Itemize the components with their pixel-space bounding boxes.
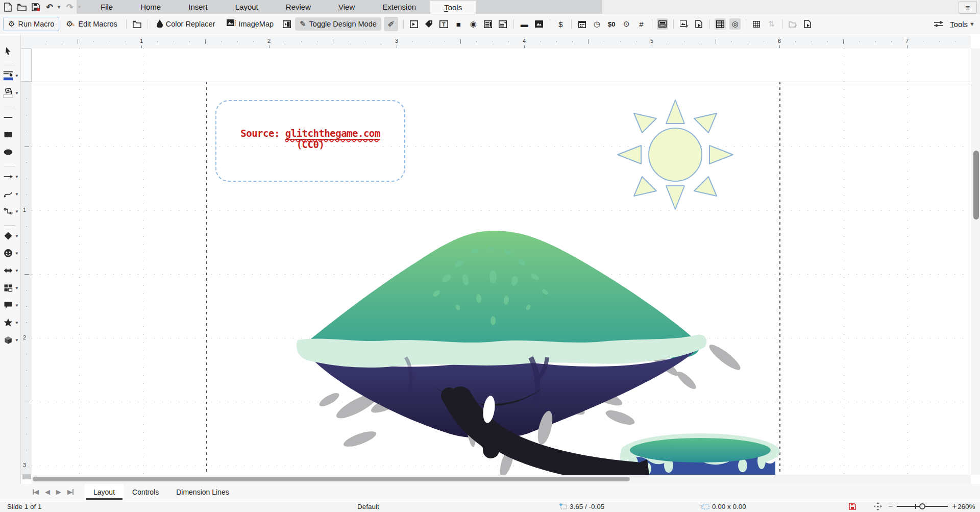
chevron-down-icon[interactable]: ▼: [15, 269, 19, 273]
currency-field-icon[interactable]: $: [555, 18, 566, 30]
curves-polygons-tool[interactable]: ▼: [1, 187, 19, 201]
vertical-ruler[interactable]: 123: [20, 48, 32, 475]
numeric-field-icon[interactable]: $0: [606, 18, 617, 30]
stars-banners-tool[interactable]: ▼: [1, 316, 19, 329]
file-selection-icon[interactable]: [693, 18, 704, 30]
basic-shapes-tool[interactable]: ▼: [1, 229, 19, 242]
next-layer-button[interactable]: ▶: [56, 488, 61, 496]
last-layer-button[interactable]: ▶: [67, 488, 74, 496]
connectors-tool[interactable]: ▼: [1, 205, 19, 218]
line-color-tool-icon: [2, 70, 14, 81]
chevron-down-icon[interactable]: ▼: [15, 303, 19, 308]
image-button-icon[interactable]: [533, 18, 545, 30]
date-field-icon[interactable]: [576, 18, 587, 30]
zoom-level-label[interactable]: 260%: [958, 500, 975, 512]
image-control-icon[interactable]: [678, 18, 690, 30]
grid-control-icon[interactable]: [751, 18, 762, 30]
layer-tab-dimension-lines[interactable]: Dimension Lines: [167, 484, 238, 500]
horizontal-scrollbar[interactable]: [32, 475, 971, 484]
document-modified-icon[interactable]: [849, 500, 856, 512]
chevron-down-icon[interactable]: ▼: [15, 321, 19, 325]
menu-tab-layout[interactable]: Layout: [222, 0, 272, 14]
flowchart-tool[interactable]: ▼: [1, 281, 19, 295]
menu-tab-file[interactable]: File: [87, 0, 127, 14]
fill-color-tool[interactable]: ▼: [1, 86, 19, 100]
menu-tab-home[interactable]: Home: [127, 0, 175, 14]
zoom-in-button[interactable]: +: [952, 502, 957, 511]
show-form-properties-icon[interactable]: [281, 18, 292, 30]
chevron-down-icon[interactable]: ▼: [15, 209, 19, 214]
vertical-scrollbar-thumb[interactable]: [973, 151, 979, 220]
chevron-down-icon[interactable]: ▼: [15, 338, 19, 343]
text-box-icon[interactable]: T: [438, 18, 449, 30]
slide-canvas[interactable]: Source: glitchthegame.com (CC0): [32, 48, 971, 475]
menu-tab-extension[interactable]: Extension: [369, 0, 430, 14]
show-form-icon[interactable]: [408, 18, 420, 30]
open-file-icon[interactable]: [17, 2, 27, 12]
horizontal-scrollbar-thumb[interactable]: [33, 477, 630, 481]
threed-objects-tool[interactable]: ▼: [1, 333, 19, 347]
formatted-field-icon[interactable]: #: [635, 18, 647, 30]
fit-slide-icon[interactable]: [874, 500, 882, 512]
symbol-shapes-tool[interactable]: ▼: [1, 247, 19, 260]
vertical-scrollbar[interactable]: [971, 48, 980, 475]
undo-dropdown-arrow[interactable]: ▼: [57, 5, 61, 10]
label-field-icon[interactable]: [423, 18, 434, 30]
rectangle-tool[interactable]: [1, 128, 19, 141]
menu-tab-insert[interactable]: Insert: [175, 0, 222, 14]
chevron-down-icon[interactable]: ▼: [15, 175, 19, 179]
chevron-down-icon[interactable]: ▼: [15, 192, 19, 197]
more-controls-icon[interactable]: [657, 18, 668, 30]
toolbox-separator: [4, 65, 15, 65]
chevron-down-icon[interactable]: ▼: [15, 91, 19, 95]
edit-macros-button[interactable]: ⚙✎ Edit Macros: [61, 17, 121, 31]
toggle-design-mode-button[interactable]: ✎ Toggle Design Mode: [295, 17, 381, 31]
zoom-slider[interactable]: [897, 506, 948, 507]
pattern-field-icon[interactable]: ⊙: [621, 18, 632, 30]
zoom-out-button[interactable]: −: [888, 502, 893, 511]
toolbar-customize-sliders-icon[interactable]: [933, 18, 944, 30]
first-layer-button[interactable]: ◀: [33, 488, 39, 496]
callouts-tool[interactable]: ▼: [1, 299, 19, 312]
menu-tab-tools[interactable]: Tools: [430, 0, 476, 14]
time-field-icon[interactable]: ◷: [591, 18, 602, 30]
lines-and-arrows-tool[interactable]: ▼: [1, 170, 19, 183]
chevron-down-icon[interactable]: ▼: [15, 74, 19, 78]
insert-line-tool[interactable]: [1, 111, 19, 124]
zoom-slider-knob[interactable]: [919, 503, 925, 509]
color-replacer-button[interactable]: Color Replacer: [152, 17, 220, 31]
tools-menu-button[interactable]: Tools ▼: [950, 20, 975, 29]
undo-icon[interactable]: ↶: [44, 2, 55, 12]
source-text-box[interactable]: Source: glitchthegame.com (CC0): [215, 100, 405, 182]
redo-dropdown-arrow[interactable]: ▼: [77, 5, 82, 10]
table-control-icon[interactable]: [715, 18, 726, 30]
option-button-icon[interactable]: ◉: [468, 18, 479, 30]
basic-macros-folder-icon[interactable]: [131, 18, 142, 30]
design-pencil-icon[interactable]: ✐: [384, 17, 398, 31]
check-box-icon[interactable]: ■: [453, 18, 464, 30]
chevron-down-icon[interactable]: ▼: [15, 234, 19, 238]
block-arrows-tool[interactable]: ▼: [1, 264, 19, 277]
combo-box-icon[interactable]: [497, 18, 508, 30]
run-macro-button[interactable]: ⚙ Run Macro: [3, 17, 59, 31]
list-box-icon[interactable]: [482, 18, 494, 30]
save-icon[interactable]: [31, 2, 41, 12]
menubar-hamburger-button[interactable]: ≡: [959, 1, 977, 14]
select-tool[interactable]: [1, 44, 19, 58]
layer-tab-controls[interactable]: Controls: [124, 484, 167, 500]
ellipse-tool[interactable]: [1, 145, 19, 159]
new-document-icon[interactable]: [3, 2, 13, 12]
push-button-icon[interactable]: ▬: [519, 18, 530, 30]
layer-tab-layout[interactable]: Layout: [85, 484, 124, 500]
line-color-tool[interactable]: ▼: [1, 69, 19, 82]
menu-tab-view[interactable]: View: [325, 0, 369, 14]
imagemap-button[interactable]: ImageMap: [222, 17, 279, 31]
slide-style-label[interactable]: Default: [357, 500, 379, 512]
automatic-control-focus-icon[interactable]: [802, 18, 813, 30]
chevron-down-icon[interactable]: ▼: [15, 286, 19, 290]
navigation-bar-icon[interactable]: ◎: [729, 18, 741, 30]
menu-tab-review[interactable]: Review: [272, 0, 325, 14]
horizontal-ruler[interactable]: 1234567: [20, 34, 971, 49]
chevron-down-icon[interactable]: ▼: [15, 251, 19, 256]
previous-layer-button[interactable]: ◀: [45, 488, 50, 496]
